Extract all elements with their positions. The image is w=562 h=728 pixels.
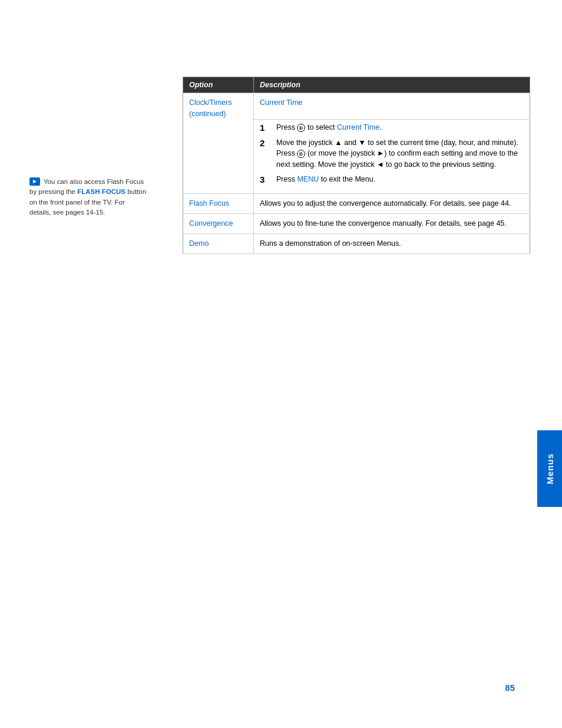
step-1-number: 1 [260, 122, 272, 134]
step-2-number: 2 [260, 137, 272, 149]
flash-focus-description: Allows you to adjust the convergence aut… [254, 194, 530, 214]
convergence-option: Convergence [183, 214, 254, 234]
menu-link: MENU [297, 175, 319, 183]
demo-option: Demo [183, 233, 254, 253]
step-2-text: Move the joystick ▲ and ▼ to set the cur… [276, 137, 524, 170]
main-content-area: Option Description Clock/Timers(continue… [183, 77, 530, 254]
clock-timers-option: Clock/Timers(continued) [183, 93, 254, 120]
flash-focus-bold-link: FLASH FOCUS [77, 188, 125, 195]
demo-description: Runs a demonstration of on-screen Menus. [254, 233, 530, 253]
description-column-header: Description [254, 77, 530, 93]
current-time-label: Current Time [254, 93, 530, 120]
table-header-row: Option Description [183, 77, 530, 93]
step-3: 3 Press MENU to exit the Menu. [260, 174, 524, 186]
step-3-number: 3 [260, 174, 272, 186]
step-1-text: Press ⊕ to select Current Time. [276, 122, 382, 133]
current-time-text: Current Time [260, 98, 302, 107]
page-number: 85 [505, 683, 515, 693]
side-note-text: You can also access Flash Focus by press… [29, 178, 146, 216]
side-note: ▶ You can also access Flash Focus by pre… [29, 177, 147, 218]
demo-row: Demo Runs a demonstration of on-screen M… [183, 233, 530, 253]
side-note-icon: ▶ [29, 177, 40, 186]
current-time-link: Current Time [337, 123, 379, 131]
menus-tab: Menus [537, 430, 562, 507]
flash-focus-row: Flash Focus Allows you to adjust the con… [183, 194, 530, 214]
step-2: 2 Move the joystick ▲ and ▼ to set the c… [260, 137, 524, 170]
convergence-row: Convergence Allows you to fine-tune the … [183, 214, 530, 234]
steps-option-cell [183, 120, 254, 194]
convergence-description: Allows you to fine-tune the convergence … [254, 214, 530, 234]
steps-row: 1 Press ⊕ to select Current Time. 2 Move… [183, 120, 530, 194]
option-column-header: Option [183, 77, 254, 93]
options-table: Option Description Clock/Timers(continue… [183, 77, 530, 254]
flash-focus-option: Flash Focus [183, 194, 254, 214]
steps-description-cell: 1 Press ⊕ to select Current Time. 2 Move… [254, 120, 530, 194]
menus-tab-label: Menus [545, 453, 555, 485]
current-time-header-row: Clock/Timers(continued) Current Time [183, 93, 530, 120]
step-3-text: Press MENU to exit the Menu. [276, 174, 375, 185]
step-1: 1 Press ⊕ to select Current Time. [260, 122, 524, 134]
